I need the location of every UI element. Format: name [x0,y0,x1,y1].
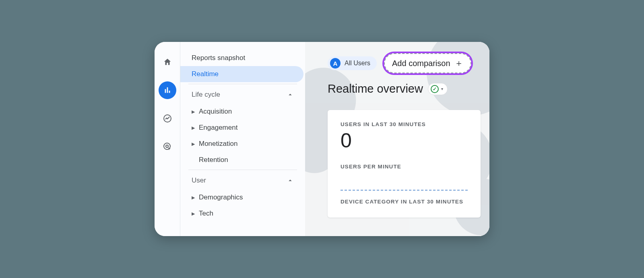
users-last-30-label: USERS IN LAST 30 MINUTES [341,121,468,127]
segment-chip-all-users[interactable]: A All Users [328,56,377,70]
section-user[interactable]: User [180,170,305,189]
comparison-bar: A All Users Add comparison ＋ [328,53,486,73]
users-per-minute-label: USERS PER MINUTE [341,164,468,170]
caret-right-icon: ▶ [192,125,199,131]
nav-acquisition[interactable]: ▶ Acquisition [180,104,305,120]
home-icon [163,58,172,66]
chip-badge: A [330,58,341,68]
nav-reports-snapshot[interactable]: Reports snapshot [180,50,305,66]
caret-right-icon: ▶ [192,141,199,147]
page-title: Realtime overview [328,82,423,95]
users-per-minute-sparkline [341,173,468,191]
status-dropdown[interactable]: ✓ ▾ [428,83,448,95]
section-life-cycle[interactable]: Life cycle [180,84,305,104]
rail-explore-button[interactable] [159,110,176,127]
app-window: Reports snapshot Realtime Life cycle ▶ A… [155,42,489,236]
nav-label: Demographics [199,193,243,201]
realtime-users-card: USERS IN LAST 30 MINUTES 0 USERS PER MIN… [328,110,481,218]
trend-circle-icon [163,114,172,123]
nav-label: Acquisition [199,108,232,116]
rail-advertising-button[interactable] [159,138,176,156]
check-circle-icon: ✓ [431,85,439,93]
chip-label: All Users [345,60,370,67]
plus-icon: ＋ [454,57,463,69]
nav-tech[interactable]: ▶ Tech [180,205,305,222]
icon-rail [155,42,180,236]
nav-retention[interactable]: Retention [180,152,305,168]
device-category-label: DEVICE CATEGORY IN LAST 30 MINUTES [341,199,468,205]
add-comparison-label: Add comparison [392,59,450,68]
add-comparison-button[interactable]: Add comparison ＋ [384,53,471,73]
nav-demographics[interactable]: ▶ Demographics [180,189,305,205]
nav-monetization[interactable]: ▶ Monetization [180,136,305,152]
rail-home-button[interactable] [159,53,176,71]
section-label: User [192,176,206,185]
caret-right-icon: ▶ [192,211,199,216]
main-content: A All Users Add comparison ＋ Realtime ov… [305,42,489,236]
nav-label: Monetization [199,140,237,148]
caret-right-icon: ▶ [192,195,199,200]
bar-chart-icon [163,86,172,95]
nav-label: Retention [199,156,228,164]
section-label: Life cycle [192,91,220,99]
users-last-30-value: 0 [341,129,468,152]
rail-reports-button[interactable] [159,81,176,99]
svg-point-2 [166,145,168,147]
chevron-up-icon [287,177,294,184]
caret-right-icon: ▶ [192,109,199,114]
chevron-up-icon [287,91,294,98]
target-click-icon [163,142,172,151]
nav-engagement[interactable]: ▶ Engagement [180,120,305,136]
nav-realtime[interactable]: Realtime [180,66,303,82]
page-title-row: Realtime overview ✓ ▾ [328,82,486,95]
nav-label: Tech [199,210,213,218]
caret-down-icon: ▾ [441,87,443,91]
nav-label: Engagement [199,124,237,132]
reports-sidebar: Reports snapshot Realtime Life cycle ▶ A… [180,42,305,236]
